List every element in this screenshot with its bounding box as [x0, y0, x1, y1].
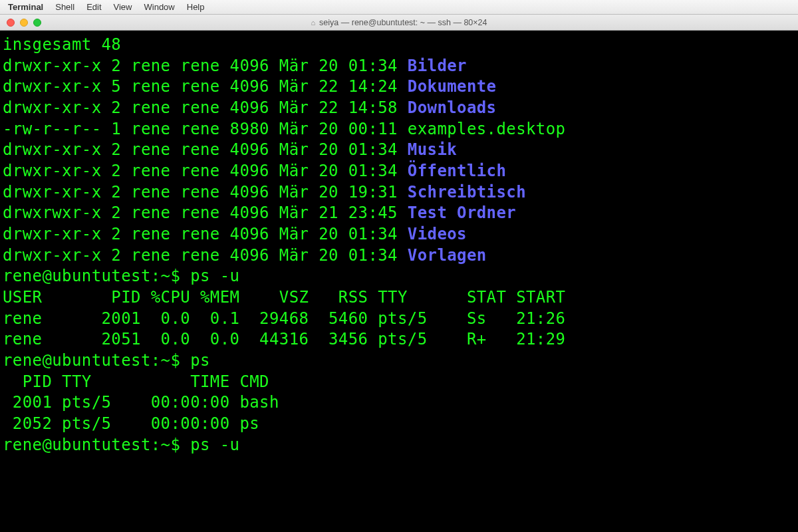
menu-view[interactable]: View	[114, 2, 132, 12]
ps-row: 2052 pts/5 00:00:00 ps	[3, 414, 259, 433]
ps-row: 2001 pts/5 00:00:00 bash	[3, 393, 279, 412]
menu-help[interactable]: Help	[187, 2, 205, 12]
ls-row-name: Vorlagen	[408, 246, 487, 265]
prompt-2-host: rene@ubuntutest	[3, 351, 151, 370]
psu-row: rene 2051 0.0 0.0 44316 3456 pts/5 R+ 21…	[3, 330, 565, 348]
prompt-1-cmd: ps -u	[190, 267, 239, 285]
minimize-button[interactable]	[20, 19, 28, 27]
menu-window[interactable]: Window	[144, 2, 175, 12]
ls-row-name: Öffentlich	[408, 162, 507, 180]
prompt-1-path: ~	[161, 267, 171, 285]
ls-row-meta: drwxr-xr-x 2 rene rene 4096 Mär 20 01:34	[3, 225, 408, 243]
ls-row-name: Bilder	[408, 57, 467, 75]
psu-row: rene 2001 0.0 0.1 29468 5460 pts/5 Ss 21…	[3, 309, 565, 328]
ls-row-meta: drwxrwxr-x 2 rene rene 4096 Mär 21 23:45	[3, 203, 408, 222]
prompt-3-path: ~	[161, 436, 171, 454]
ls-row-meta: drwxr-xr-x 2 rene rene 4096 Mär 22 14:58	[3, 98, 408, 117]
ls-row-meta: drwxr-xr-x 2 rene rene 4096 Mär 20 19:31	[3, 183, 408, 201]
close-button[interactable]	[7, 19, 15, 27]
prompt-3-cmd: ps -u	[190, 436, 239, 454]
terminal-content[interactable]: insgesamt 48 drwxr-xr-x 2 rene rene 4096…	[0, 31, 798, 532]
window-title: ⌂ seiya — rene@ubuntutest: ~ — ssh — 80×…	[311, 18, 487, 27]
ls-row-meta: -rw-r--r-- 1 rene rene 8980 Mär 20 00:11	[3, 120, 408, 138]
window-title-text: seiya — rene@ubuntutest: ~ — ssh — 80×24	[319, 18, 487, 27]
ls-row-name: Schreibtisch	[408, 183, 526, 201]
ls-row-name: examples.desktop	[408, 120, 566, 138]
prompt-3-host: rene@ubuntutest	[3, 436, 151, 454]
system-menubar: Terminal Shell Edit View Window Help	[0, 0, 798, 15]
ls-total: insgesamt 48	[3, 35, 121, 54]
window-titlebar: ⌂ seiya — rene@ubuntutest: ~ — ssh — 80×…	[0, 15, 798, 31]
prompt-2-cmd: ps	[190, 351, 210, 370]
ls-row-name: Downloads	[408, 98, 497, 117]
ls-row-meta: drwxr-xr-x 2 rene rene 4096 Mär 20 01:34	[3, 162, 408, 180]
ls-row-name: Videos	[408, 225, 467, 243]
ls-row-name: Musik	[408, 140, 457, 159]
home-icon: ⌂	[311, 19, 315, 27]
ls-row-meta: drwxr-xr-x 5 rene rene 4096 Mär 22 14:24	[3, 77, 408, 96]
menu-edit[interactable]: Edit	[86, 2, 101, 12]
ls-row-name: Dokumente	[408, 77, 497, 96]
traffic-lights	[0, 19, 41, 27]
ls-row-meta: drwxr-xr-x 2 rene rene 4096 Mär 20 01:34	[3, 246, 408, 265]
ls-row-meta: drwxr-xr-x 2 rene rene 4096 Mär 20 01:34	[3, 140, 408, 159]
ls-row-name: Test Ordner	[408, 203, 516, 222]
menu-shell[interactable]: Shell	[55, 2, 74, 12]
app-menu[interactable]: Terminal	[8, 2, 43, 12]
zoom-button[interactable]	[33, 19, 41, 27]
ps-header: PID TTY TIME CMD	[3, 372, 269, 391]
ls-row-meta: drwxr-xr-x 2 rene rene 4096 Mär 20 01:34	[3, 57, 408, 75]
prompt-2-path: ~	[161, 351, 171, 370]
psu-header: USER PID %CPU %MEM VSZ RSS TTY STAT STAR…	[3, 288, 565, 307]
prompt-1-host: rene@ubuntutest	[3, 267, 151, 285]
